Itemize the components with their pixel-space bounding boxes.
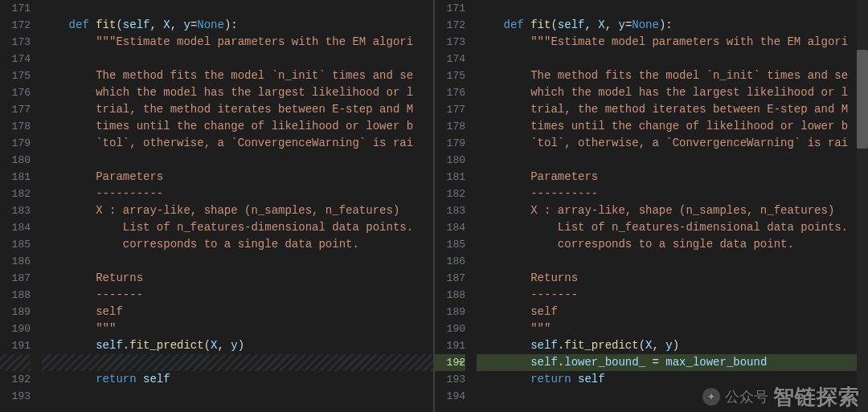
code-line[interactable]: The method fits the model `n_init` times… <box>42 67 433 84</box>
code-line[interactable]: The method fits the model `n_init` times… <box>477 67 868 84</box>
line-number[interactable]: 171 <box>435 0 465 17</box>
line-number[interactable]: 176 <box>435 84 465 101</box>
line-number[interactable]: 185 <box>435 236 465 253</box>
line-number[interactable]: 180 <box>435 152 465 169</box>
code-line[interactable]: List of n_features-dimensional data poin… <box>42 219 433 236</box>
diff-editor[interactable]: 1711721731741751761771781791801811821831… <box>0 0 868 412</box>
line-number[interactable]: 187 <box>435 270 465 287</box>
line-number[interactable]: 190 <box>435 320 465 337</box>
code-line[interactable]: self <box>477 304 868 320</box>
line-number[interactable]: 189 <box>435 304 465 320</box>
code-line[interactable] <box>42 253 433 270</box>
line-number[interactable]: 191 <box>435 337 465 354</box>
code-line[interactable]: X : array-like, shape (n_samples, n_feat… <box>477 202 868 219</box>
line-number[interactable]: 175 <box>0 67 31 84</box>
code-line[interactable]: """Estimate model parameters with the EM… <box>477 34 868 51</box>
line-number[interactable]: 178 <box>0 118 31 135</box>
code-line[interactable]: X : array-like, shape (n_samples, n_feat… <box>42 202 433 219</box>
code-line[interactable] <box>42 0 433 17</box>
code-line[interactable]: return self <box>477 371 868 388</box>
code-line[interactable]: return self <box>42 371 433 388</box>
code-line[interactable]: corresponds to a single data point. <box>42 236 433 253</box>
line-number[interactable]: 173 <box>0 34 31 51</box>
line-gutter-left[interactable]: 1711721731741751761771781791801811821831… <box>0 0 42 412</box>
code-line[interactable] <box>42 152 433 169</box>
code-line[interactable]: Returns <box>42 270 433 287</box>
code-line[interactable]: `tol`, otherwise, a `ConvergenceWarning`… <box>477 135 868 152</box>
line-number[interactable]: 191 <box>0 337 31 354</box>
diff-pane-left[interactable]: 1711721731741751761771781791801811821831… <box>0 0 433 412</box>
line-number[interactable]: 186 <box>0 253 31 270</box>
code-line[interactable]: ------- <box>477 287 868 304</box>
code-line[interactable]: """ <box>42 320 433 337</box>
line-number[interactable]: 177 <box>0 101 31 118</box>
line-number[interactable]: 193 <box>435 371 465 388</box>
line-number[interactable]: 182 <box>0 186 31 202</box>
line-number[interactable]: 184 <box>0 219 31 236</box>
line-number[interactable]: 179 <box>435 135 465 152</box>
code-line[interactable] <box>477 152 868 169</box>
line-number[interactable]: 181 <box>0 169 31 186</box>
code-line[interactable]: def fit(self, X, y=None): <box>42 17 433 34</box>
code-line[interactable]: Parameters <box>42 169 433 186</box>
line-number[interactable]: 172 <box>435 17 465 34</box>
code-line[interactable]: trial, the method iterates between E-ste… <box>477 101 868 118</box>
code-line[interactable] <box>477 51 868 67</box>
line-number[interactable]: 181 <box>435 169 465 186</box>
code-line[interactable]: Returns <box>477 270 868 287</box>
line-gutter-right[interactable]: 1711721731741751761771781791801811821831… <box>435 0 477 412</box>
line-number[interactable]: 188 <box>435 287 465 304</box>
code-line[interactable]: List of n_features-dimensional data poin… <box>477 219 868 236</box>
line-number[interactable]: 171 <box>0 0 31 17</box>
line-number[interactable]: 173 <box>435 34 465 51</box>
code-line[interactable]: self.fit_predict(X, y) <box>477 337 868 354</box>
line-number[interactable]: 177 <box>435 101 465 118</box>
code-area-right[interactable]: def fit(self, X, y=None): """Estimate mo… <box>477 0 868 412</box>
code-line[interactable]: times until the change of likelihood or … <box>42 118 433 135</box>
line-number[interactable]: 183 <box>435 202 465 219</box>
line-number[interactable] <box>0 354 31 371</box>
line-number[interactable]: 190 <box>0 320 31 337</box>
code-line[interactable] <box>477 388 868 405</box>
code-line[interactable]: trial, the method iterates between E-ste… <box>42 101 433 118</box>
line-number[interactable]: 175 <box>435 67 465 84</box>
line-number[interactable]: 183 <box>0 202 31 219</box>
line-number[interactable]: 174 <box>435 51 465 67</box>
code-line[interactable]: self.lower_bound_ = max_lower_bound <box>477 354 868 371</box>
code-line[interactable]: which the model has the largest likeliho… <box>42 84 433 101</box>
code-line[interactable]: corresponds to a single data point. <box>477 236 868 253</box>
line-number[interactable]: 192 <box>0 371 31 388</box>
line-number[interactable]: 180 <box>0 152 31 169</box>
overview-scroll-thumb[interactable] <box>857 50 868 149</box>
code-line[interactable]: """Estimate model parameters with the EM… <box>42 34 433 51</box>
code-line[interactable]: """ <box>477 320 868 337</box>
code-line[interactable] <box>42 51 433 67</box>
line-number[interactable]: 187 <box>0 270 31 287</box>
line-number[interactable]: 186 <box>435 253 465 270</box>
diff-pane-right[interactable]: 1711721731741751761771781791801811821831… <box>435 0 868 412</box>
code-line[interactable] <box>42 354 433 371</box>
code-line[interactable]: def fit(self, X, y=None): <box>477 17 868 34</box>
code-line[interactable]: which the model has the largest likeliho… <box>477 84 868 101</box>
code-line[interactable]: ---------- <box>477 186 868 202</box>
code-line[interactable]: Parameters <box>477 169 868 186</box>
code-area-left[interactable]: def fit(self, X, y=None): """Estimate mo… <box>42 0 433 412</box>
code-line[interactable]: ---------- <box>42 186 433 202</box>
line-number[interactable]: 182 <box>435 186 465 202</box>
code-line[interactable]: self.fit_predict(X, y) <box>42 337 433 354</box>
line-number[interactable]: 179 <box>0 135 31 152</box>
code-line[interactable]: ------- <box>42 287 433 304</box>
code-line[interactable] <box>477 0 868 17</box>
line-number[interactable]: 185 <box>0 236 31 253</box>
line-number[interactable]: 189 <box>0 304 31 320</box>
line-number[interactable]: 192 <box>435 354 465 371</box>
line-number[interactable]: 184 <box>435 219 465 236</box>
line-number[interactable]: 172 <box>0 17 31 34</box>
code-line[interactable] <box>42 388 433 405</box>
overview-ruler[interactable] <box>857 0 868 412</box>
code-line[interactable]: `tol`, otherwise, a `ConvergenceWarning`… <box>42 135 433 152</box>
code-line[interactable] <box>477 253 868 270</box>
code-line[interactable]: self <box>42 304 433 320</box>
line-number[interactable]: 188 <box>0 287 31 304</box>
code-line[interactable]: times until the change of likelihood or … <box>477 118 868 135</box>
